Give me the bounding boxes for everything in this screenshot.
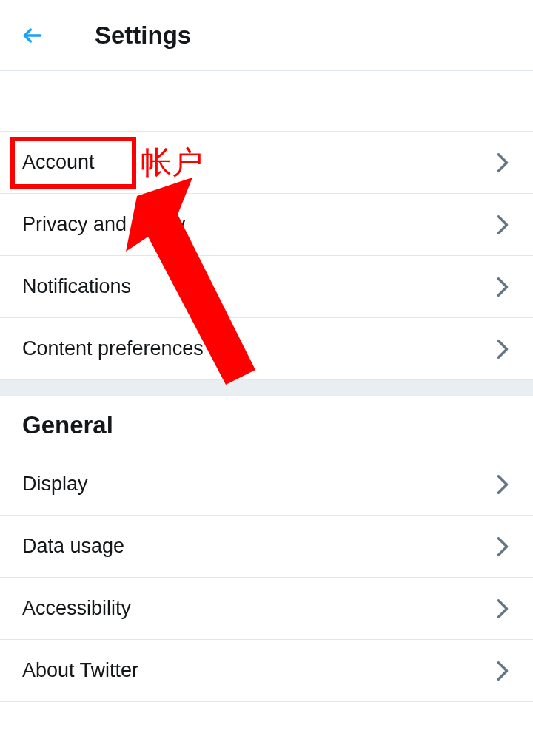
settings-item-label: Account — [22, 151, 95, 174]
settings-item-accessibility[interactable]: Accessibility — [0, 578, 533, 640]
settings-item-label: Privacy and safety — [22, 213, 186, 236]
settings-item-display[interactable]: Display — [0, 453, 533, 516]
chevron-right-icon — [495, 217, 511, 233]
page-title: Settings — [95, 21, 191, 50]
settings-item-account[interactable]: Account — [0, 132, 533, 194]
chevron-right-icon — [495, 279, 511, 295]
settings-item-label: About Twitter — [22, 659, 138, 682]
back-button[interactable] — [15, 18, 50, 53]
settings-item-label: Content preferences — [22, 337, 204, 360]
chevron-right-icon — [495, 155, 511, 171]
settings-item-label: Display — [22, 473, 88, 496]
section-header-general: General — [0, 396, 533, 453]
top-spacer — [0, 71, 533, 132]
chevron-right-icon — [495, 663, 511, 679]
settings-item-content-preferences[interactable]: Content preferences — [0, 318, 533, 380]
settings-item-data-usage[interactable]: Data usage — [0, 516, 533, 578]
settings-item-notifications[interactable]: Notifications — [0, 256, 533, 318]
chevron-right-icon — [495, 341, 511, 357]
chevron-right-icon — [495, 601, 511, 617]
section-divider — [0, 380, 533, 396]
section-header-label: General — [22, 411, 113, 439]
settings-item-label: Notifications — [22, 275, 131, 298]
settings-item-about-twitter[interactable]: About Twitter — [0, 640, 533, 702]
chevron-right-icon — [495, 476, 511, 493]
header-bar: Settings — [0, 0, 533, 71]
settings-item-privacy[interactable]: Privacy and safety — [0, 194, 533, 256]
settings-item-label: Data usage — [22, 535, 124, 558]
back-arrow-icon — [21, 24, 44, 47]
chevron-right-icon — [495, 539, 511, 555]
settings-item-label: Accessibility — [22, 597, 131, 620]
